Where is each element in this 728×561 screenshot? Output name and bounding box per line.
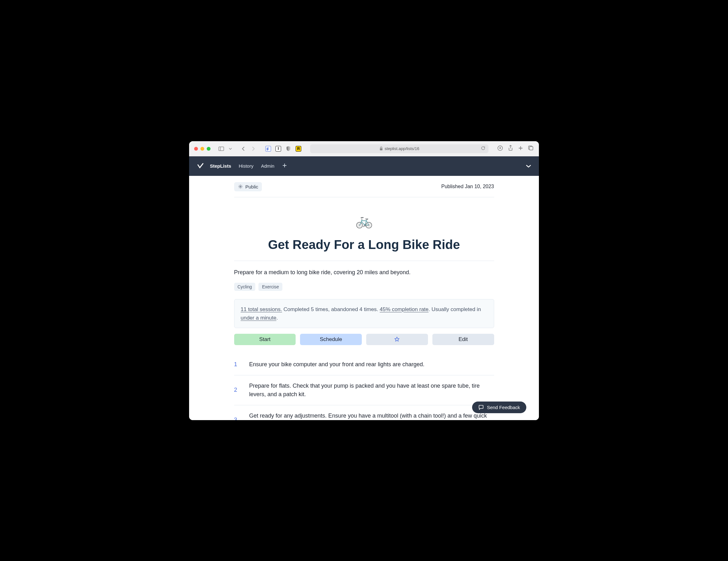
close-window-button[interactable] — [194, 147, 198, 151]
browser-chrome: I R steplist.app/lists/16 — [189, 141, 539, 156]
stats-middle: Completed 5 times, abandoned 4 times. — [282, 306, 380, 312]
meta-row: Public Published Jan 10, 2023 — [234, 182, 494, 197]
page-content: Public Published Jan 10, 2023 🚲 Get Read… — [189, 176, 539, 420]
svg-point-5 — [240, 186, 241, 187]
minimize-window-button[interactable] — [200, 147, 204, 151]
nav-history[interactable]: History — [239, 163, 254, 169]
edit-button[interactable]: Edit — [432, 334, 494, 345]
stats-box: 11 total sessions. Completed 5 times, ab… — [234, 299, 494, 328]
step-number: 1 — [234, 361, 239, 368]
stats-sessions-link[interactable]: 11 total sessions. — [241, 306, 282, 312]
traffic-lights — [194, 147, 211, 151]
lock-icon — [379, 147, 383, 151]
gear-icon — [238, 184, 243, 189]
chat-icon — [478, 405, 484, 410]
nav-add-button[interactable] — [282, 162, 287, 170]
tabs-icon[interactable] — [528, 145, 534, 152]
stats-completion-link[interactable]: 45% completion rate — [380, 306, 429, 312]
stats-end: . — [276, 315, 278, 321]
url-bar[interactable]: steplist.app/lists/16 — [310, 144, 488, 153]
hero-icon: 🚲 — [234, 212, 494, 229]
published-date: Published Jan 10, 2023 — [441, 184, 494, 189]
back-button[interactable] — [239, 145, 248, 152]
share-icon[interactable] — [508, 145, 513, 153]
extension-todoist-icon[interactable] — [265, 146, 271, 152]
svg-rect-2 — [380, 148, 382, 151]
downloads-icon[interactable] — [497, 145, 503, 152]
nav-admin[interactable]: Admin — [261, 163, 274, 169]
maximize-window-button[interactable] — [207, 147, 211, 151]
step-text: Get ready for any adjustments. Ensure yo… — [249, 412, 494, 420]
browser-window: I R steplist.app/lists/16 — [189, 141, 539, 420]
tag-exercise[interactable]: Exercise — [258, 283, 282, 291]
url-text: steplist.app/lists/16 — [385, 146, 419, 151]
step-number: 3 — [234, 417, 239, 420]
app-navbar: StepLists History Admin — [189, 156, 539, 176]
step-number: 2 — [234, 387, 239, 393]
visibility-label: Public — [246, 184, 258, 189]
action-row: Start Schedule Edit — [234, 334, 494, 345]
step-text: Ensure your bike computer and your front… — [249, 360, 494, 369]
svg-rect-4 — [529, 147, 533, 150]
star-icon — [394, 337, 400, 342]
forward-button[interactable] — [249, 145, 258, 152]
svg-rect-0 — [219, 147, 224, 151]
refresh-icon[interactable] — [481, 146, 485, 151]
chevron-down-icon[interactable] — [228, 145, 233, 152]
start-button[interactable]: Start — [234, 334, 296, 345]
page-title: Get Ready For a Long Bike Ride — [234, 238, 494, 261]
nav-steplists[interactable]: StepLists — [210, 163, 231, 169]
sidebar-icon[interactable] — [217, 145, 226, 152]
step-text: Prepare for flats. Check that your pump … — [249, 382, 494, 399]
step-item: 2 Prepare for flats. Check that your pum… — [234, 375, 494, 405]
extension-instapaper-icon[interactable]: I — [275, 146, 281, 152]
tag-cycling[interactable]: Cycling — [234, 283, 256, 291]
send-feedback-button[interactable]: Send Feedback — [472, 402, 526, 413]
app-logo[interactable] — [197, 162, 204, 170]
step-item: 3 Get ready for any adjustments. Ensure … — [234, 405, 494, 420]
step-item: 1 Ensure your bike computer and your fro… — [234, 354, 494, 375]
star-button[interactable] — [366, 334, 428, 345]
tags-row: Cycling Exercise — [234, 283, 494, 291]
steps-list: 1 Ensure your bike computer and your fro… — [234, 354, 494, 420]
schedule-button[interactable]: Schedule — [300, 334, 362, 345]
visibility-badge[interactable]: Public — [234, 182, 262, 191]
page-description: Prepare for a medium to long bike ride, … — [234, 269, 494, 276]
extension-shield-icon[interactable] — [286, 146, 291, 152]
feedback-label: Send Feedback — [487, 405, 520, 410]
extension-r-icon[interactable]: R — [296, 146, 301, 152]
stats-after-rate: . Usually completed in — [429, 306, 481, 312]
stats-time-link[interactable]: under a minute — [241, 315, 276, 321]
nav-menu-toggle[interactable] — [526, 163, 531, 169]
new-tab-icon[interactable] — [518, 146, 523, 152]
